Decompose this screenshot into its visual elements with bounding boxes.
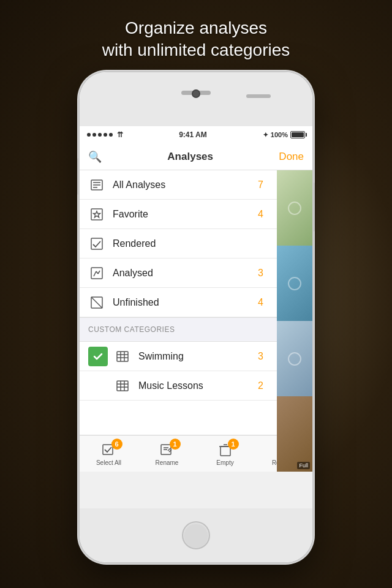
swimming-label: Swimming — [138, 351, 258, 362]
unfinished-icon — [88, 294, 105, 311]
svg-rect-29 — [221, 447, 230, 456]
header-text: Organize analyses with unlimited categor… — [0, 17, 392, 62]
rendered-label: Rendered — [113, 238, 263, 249]
select-all-badge: 6 — [111, 439, 123, 450]
music-icon — [114, 377, 131, 394]
photo-overlay — [288, 352, 301, 366]
battery-area: ✦ 100% — [263, 131, 305, 139]
search-icon[interactable]: 🔍 — [88, 150, 102, 164]
list-item[interactable]: Unfinished 4 — [80, 288, 277, 317]
main-content: Full — [80, 170, 312, 472]
screen: ⇈ 9:41 AM ✦ 100% 🔍 Analyses Done — [80, 126, 312, 508]
done-button[interactable]: Done — [279, 151, 304, 163]
analysed-label: Analysed — [113, 268, 258, 279]
phone-frame: ⇈ 9:41 AM ✦ 100% 🔍 Analyses Done — [80, 72, 312, 562]
photo-1 — [277, 170, 312, 246]
photo-strip: Full — [277, 170, 312, 472]
swimming-count: 3 — [258, 351, 263, 362]
signal-dot — [109, 133, 113, 137]
bluetooth-icon: ✦ — [263, 131, 268, 139]
music-count: 2 — [258, 380, 263, 391]
camera — [192, 89, 200, 98]
nav-title: Analyses — [167, 151, 213, 163]
battery-icon — [290, 131, 305, 138]
front-camera — [246, 94, 271, 98]
empty-icon: 1 — [217, 441, 234, 458]
svg-rect-7 — [91, 268, 102, 279]
list-item[interactable]: Rendered — [80, 229, 277, 258]
selected-checkmark — [88, 347, 108, 366]
svg-rect-23 — [103, 445, 113, 454]
signal-dot — [98, 133, 102, 137]
analysed-count: 3 — [258, 268, 263, 279]
list-item-music[interactable]: Music Lessons 2 — [80, 371, 277, 401]
music-label: Music Lessons — [138, 380, 258, 391]
svg-line-8 — [94, 271, 96, 276]
svg-marker-5 — [94, 211, 100, 217]
signal-dot — [87, 133, 91, 137]
favorite-count: 4 — [258, 209, 263, 220]
svg-line-27 — [168, 448, 170, 451]
photo-overlay — [288, 277, 301, 290]
photo-2 — [277, 246, 312, 321]
list-item[interactable]: All Analyses 7 — [80, 170, 277, 200]
signal-dot — [92, 133, 96, 137]
svg-line-10 — [98, 271, 100, 274]
custom-categories-title: CUSTOM CATEGORIES — [88, 325, 175, 334]
status-bar: ⇈ 9:41 AM ✦ 100% — [80, 126, 312, 143]
swimming-icon — [114, 348, 131, 365]
empty-label: Empty — [216, 459, 233, 466]
svg-rect-13 — [117, 352, 128, 361]
rename-label: Rename — [156, 459, 179, 466]
svg-line-12 — [91, 297, 102, 308]
empty-badge: 1 — [228, 439, 239, 450]
rendered-icon — [88, 235, 105, 252]
svg-rect-18 — [117, 381, 128, 391]
favorite-icon — [88, 206, 105, 223]
time-display: 9:41 AM — [179, 130, 207, 139]
select-all-icon: 6 — [100, 441, 118, 458]
list-item-swimming[interactable]: Swimming 3 — [80, 342, 277, 371]
select-all-label: Select All — [96, 459, 121, 466]
signal-area: ⇈ — [87, 130, 123, 139]
photo-4: Full — [277, 396, 312, 472]
rename-badge: 1 — [170, 439, 181, 450]
header-line1: Organize analyses — [0, 17, 392, 39]
rename-icon: 1 — [159, 441, 176, 458]
photo-label: Full — [297, 462, 310, 469]
phone-top-bezel — [80, 72, 312, 126]
battery-percent: 100% — [271, 131, 288, 138]
custom-categories-header: CUSTOM CATEGORIES — [80, 317, 277, 342]
favorite-label: Favorite — [113, 209, 258, 220]
all-analyses-label: All Analyses — [113, 179, 258, 190]
all-analyses-count: 7 — [258, 179, 263, 190]
list-item[interactable]: Analysed 3 — [80, 258, 277, 288]
tab-select-all[interactable]: 6 Select All — [80, 435, 138, 472]
unfinished-count: 4 — [258, 297, 263, 308]
photo-overlay — [288, 202, 301, 215]
phone-bottom-bezel — [80, 508, 312, 562]
wifi-icon: ⇈ — [117, 130, 123, 139]
unfinished-label: Unfinished — [113, 297, 258, 308]
all-analyses-icon — [88, 176, 105, 194]
signal-dot — [104, 133, 107, 137]
tab-empty[interactable]: 1 Empty — [196, 435, 254, 472]
svg-rect-6 — [91, 238, 102, 249]
tab-rename[interactable]: 1 Rename — [138, 435, 196, 472]
phone-inner: ⇈ 9:41 AM ✦ 100% 🔍 Analyses Done — [80, 72, 312, 562]
photo-3 — [277, 321, 312, 396]
header-line2: with unlimited categories — [0, 39, 392, 61]
battery-fill — [292, 132, 304, 137]
analysed-icon — [88, 265, 105, 282]
list-item[interactable]: Favorite 4 — [80, 200, 277, 229]
nav-bar: 🔍 Analyses Done — [80, 143, 312, 170]
power-button — [312, 183, 315, 232]
home-button[interactable] — [182, 521, 210, 549]
